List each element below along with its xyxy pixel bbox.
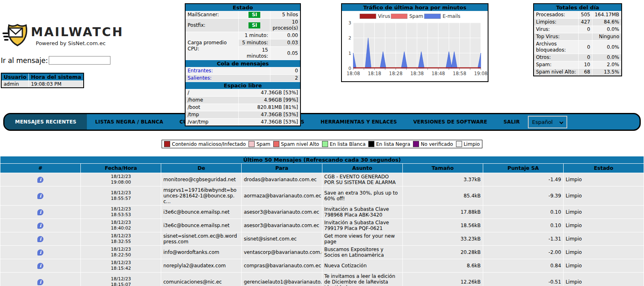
message-to: sisnet@sisnet.com.ec — [242, 232, 322, 246]
svg-text:18:58: 18:58 — [453, 71, 466, 76]
chevron-down-icon — [560, 120, 564, 124]
table-row: i18/12/23 18:55:57msprvs1=19716ibwbyndt=… — [0, 186, 644, 206]
message-status: Limpio — [563, 206, 644, 219]
message-status: Limpio — [563, 232, 644, 246]
language-select[interactable]: Español — [528, 116, 567, 128]
user-row: admin 19:08:03 PM — [1, 81, 84, 88]
legend-swatch — [164, 141, 170, 147]
info-icon[interactable]: i — [37, 263, 43, 269]
message-size: 33.23kB — [402, 232, 483, 246]
message-size: 8.6kB — [402, 259, 483, 273]
info-icon[interactable]: i — [37, 209, 43, 215]
nav-item-herramientas-y-enlaces[interactable]: HERRAMIENTAS Y ENLACES — [313, 114, 405, 130]
postfix-status-badge: SI — [249, 22, 260, 28]
info-icon[interactable]: i — [37, 236, 43, 242]
queue-title: Cola de mensajes — [185, 60, 300, 67]
table-row: i18/12/23 18:53:53i3e6c@bounce.emailsp.n… — [0, 206, 644, 219]
totales-label: Limpios: — [534, 19, 579, 26]
legend-item: Limpio — [456, 141, 480, 147]
mount-path: /home — [185, 97, 239, 104]
legend-label: En lista Blanca — [330, 141, 365, 147]
info-icon[interactable]: i — [37, 279, 43, 285]
totales-label: Archivos bloqueados: — [534, 41, 579, 54]
nav-item-versiones-de-software[interactable]: VERSIONES DE SOFTWARE — [405, 114, 495, 130]
svg-text:18:48: 18:48 — [432, 71, 445, 76]
status-color-legend: Contenido malicioso/InfectadoSpamSpam ni… — [162, 140, 482, 148]
outbound-queue-row: Salientes: 2 — [185, 75, 300, 82]
legend-item: Spam — [249, 141, 270, 147]
column-header-fecha-hora[interactable]: Fecha/Hora — [81, 164, 161, 173]
goto-message-input[interactable] — [49, 56, 110, 65]
table-row: i18/12/23 18:15:07comunicaciones@nic.ecg… — [0, 273, 644, 286]
totales-label: Spam nivel Alto: — [534, 69, 579, 76]
message-status: Limpio — [563, 273, 644, 286]
message-from: monitoreo@cgbseguridad.net — [161, 173, 242, 186]
message-datetime: 18/12/23 18:55:57 — [81, 186, 161, 206]
totales-label: Virus: — [534, 26, 579, 33]
message-datetime: 18/12/23 18:15:07 — [81, 273, 161, 286]
top-section: MAILWATCH Powered by SisNet.com.ec Ir al… — [0, 0, 644, 110]
column-header-estado[interactable]: Estado — [563, 164, 644, 173]
table-row: i18/12/23 19:08:00monitoreo@cgbseguridad… — [0, 173, 644, 186]
legend-item: En lista Negra — [368, 141, 410, 147]
message-status: Limpio — [563, 219, 644, 232]
totales-row: Spam:102.0% — [534, 61, 622, 69]
totales-count: 0 — [579, 41, 592, 54]
message-size: 3.37kB — [402, 173, 483, 186]
column-header-asunto[interactable]: Asunto — [322, 164, 402, 173]
column-header-de[interactable]: De — [161, 164, 242, 173]
totales-row: Virus:00.0% — [534, 26, 622, 33]
traffic-chart: VirusSpamE-mails012318:0818:1818:2818:38… — [342, 11, 488, 81]
message-subject: Nueva Cotización — [322, 259, 402, 273]
legend-label: Spam nivel Alto — [281, 141, 319, 147]
entrantes-link[interactable]: Entrantes: — [188, 68, 213, 74]
message-to: gerenciaelauto1@bavarianauto.com.ec — [242, 273, 322, 286]
message-to: ventascorp@bavarianauto.com.ec — [242, 246, 322, 259]
system-time-header: Hora del sistema — [29, 73, 84, 81]
mount-free-space: 4.96GB [99%] — [239, 97, 300, 104]
svg-text:1: 1 — [348, 51, 351, 56]
legend-swatch — [273, 141, 279, 147]
totales-value: 164.17MB — [592, 11, 622, 19]
mount-free-space: 47.36GB [53%] — [239, 111, 300, 119]
brand-subtitle: Powered by SisNet.com.ec — [36, 40, 123, 46]
message-subject: Buscamos Expositores y Socios en Latinoa… — [322, 246, 402, 259]
nav-item-listas-negra-blanca[interactable]: LISTAS NEGRA / BLANCA — [87, 114, 171, 130]
message-sa-score: -0.51 — [483, 273, 563, 286]
info-icon[interactable]: i — [37, 177, 43, 183]
mailwatch-logo-icon — [2, 23, 29, 50]
traffic-chart-title: Tráfico de última hora por minutos — [342, 4, 488, 11]
svg-text:3: 3 — [348, 20, 351, 26]
nav-item-salir[interactable]: SALIR — [495, 114, 528, 130]
user-session-table: Usuario Hora del sistema admin 19:08:03 … — [1, 73, 84, 88]
legend-item: No verificado — [413, 141, 453, 147]
totales-label: Otros: — [534, 54, 579, 61]
message-sa-score: -9.39 — [483, 186, 563, 206]
column-header--[interactable]: # — [0, 164, 81, 173]
totales-value: 0.0% — [592, 26, 622, 33]
username: admin — [1, 81, 29, 88]
column-header-puntaje-sa[interactable]: Puntaje SA — [483, 164, 563, 173]
totales-value: Ninguno — [592, 33, 622, 41]
message-size: 12.26kB — [402, 273, 483, 286]
nav-item-mensajes-recientes[interactable]: MENSAJES RECIENTES — [4, 114, 87, 130]
totales-count: 0 — [579, 54, 592, 61]
brand-title: MAILWATCH — [31, 25, 123, 39]
column-header-para[interactable]: Para — [242, 164, 322, 173]
message-subject: Get more views for your new page — [322, 232, 402, 246]
message-from: comunicaciones@nic.ec — [161, 273, 242, 286]
column-header-tama-o[interactable]: Tamaño — [402, 164, 483, 173]
totales-row: Spam nivel Alto:6813.5% — [534, 69, 622, 76]
totales-count: 0 — [579, 26, 592, 33]
message-datetime: 18/12/23 18:53:53 — [81, 206, 161, 219]
message-to: aormaza@bavarianauto.com.ec — [242, 186, 322, 206]
info-icon[interactable]: i — [37, 249, 43, 256]
info-icon[interactable]: i — [37, 193, 43, 199]
cpu-load-label: Carga promedio CPU: — [185, 32, 239, 60]
mount-path: /var/tmp — [185, 119, 239, 126]
message-subject: Invitación a Subasta Clave 799179 Placa … — [322, 219, 402, 232]
totales-count: 505 — [579, 11, 592, 19]
info-icon[interactable]: i — [37, 223, 43, 229]
salientes-link[interactable]: Salientes: — [188, 75, 212, 81]
message-from: info@wordoftanks.com — [161, 246, 242, 259]
